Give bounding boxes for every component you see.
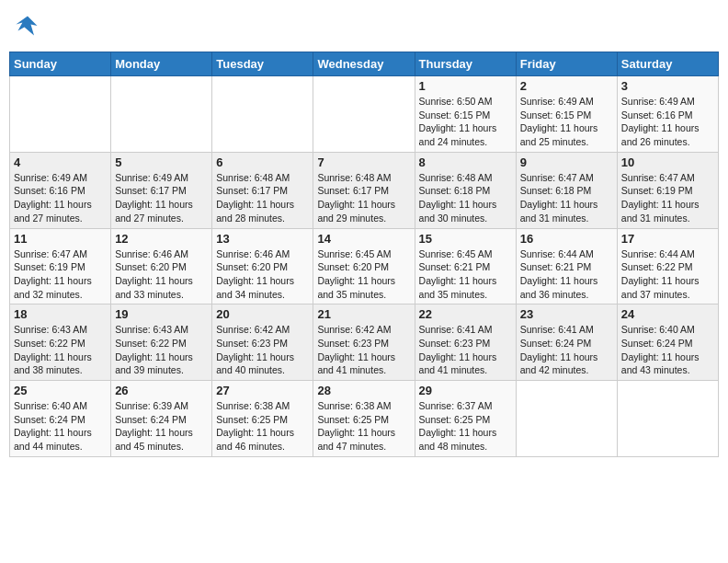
day-number: 2 bbox=[520, 79, 613, 93]
header bbox=[9, 9, 719, 46]
day-info: Sunrise: 6:48 AM Sunset: 6:17 PM Dayligh… bbox=[216, 171, 309, 225]
calendar-cell: 3Sunrise: 6:49 AM Sunset: 6:16 PM Daylig… bbox=[617, 76, 718, 153]
day-number: 10 bbox=[621, 155, 714, 169]
day-info: Sunrise: 6:46 AM Sunset: 6:20 PM Dayligh… bbox=[216, 247, 309, 302]
calendar-cell: 21Sunrise: 6:42 AM Sunset: 6:23 PM Dayli… bbox=[313, 304, 415, 381]
day-number: 16 bbox=[520, 232, 613, 246]
day-info: Sunrise: 6:45 AM Sunset: 6:20 PM Dayligh… bbox=[317, 247, 410, 302]
calendar-cell: 23Sunrise: 6:41 AM Sunset: 6:24 PM Dayli… bbox=[516, 304, 617, 381]
day-info: Sunrise: 6:42 AM Sunset: 6:23 PM Dayligh… bbox=[317, 323, 410, 377]
calendar-cell: 16Sunrise: 6:44 AM Sunset: 6:21 PM Dayli… bbox=[516, 228, 617, 304]
day-number: 9 bbox=[520, 155, 613, 169]
calendar-cell: 8Sunrise: 6:48 AM Sunset: 6:18 PM Daylig… bbox=[415, 152, 516, 228]
day-info: Sunrise: 6:40 AM Sunset: 6:24 PM Dayligh… bbox=[621, 323, 714, 377]
logo-bird-icon bbox=[15, 13, 40, 39]
calendar-table: SundayMondayTuesdayWednesdayThursdayFrid… bbox=[9, 52, 719, 457]
calendar-cell: 5Sunrise: 6:49 AM Sunset: 6:17 PM Daylig… bbox=[111, 152, 212, 228]
day-number: 27 bbox=[216, 384, 309, 397]
day-info: Sunrise: 6:49 AM Sunset: 6:15 PM Dayligh… bbox=[520, 95, 613, 149]
day-number: 12 bbox=[115, 232, 208, 246]
calendar-cell: 18Sunrise: 6:43 AM Sunset: 6:22 PM Dayli… bbox=[10, 304, 111, 381]
calendar-week-4: 18Sunrise: 6:43 AM Sunset: 6:22 PM Dayli… bbox=[10, 304, 719, 381]
day-number: 8 bbox=[419, 155, 512, 169]
day-info: Sunrise: 6:40 AM Sunset: 6:24 PM Dayligh… bbox=[14, 399, 107, 454]
calendar-cell: 2Sunrise: 6:49 AM Sunset: 6:15 PM Daylig… bbox=[516, 76, 617, 153]
svg-marker-0 bbox=[16, 17, 37, 36]
calendar-cell: 25Sunrise: 6:40 AM Sunset: 6:24 PM Dayli… bbox=[10, 381, 111, 457]
calendar-cell: 10Sunrise: 6:47 AM Sunset: 6:19 PM Dayli… bbox=[617, 152, 718, 228]
calendar-cell: 29Sunrise: 6:37 AM Sunset: 6:25 PM Dayli… bbox=[415, 381, 516, 457]
calendar-cell: 27Sunrise: 6:38 AM Sunset: 6:25 PM Dayli… bbox=[212, 381, 313, 457]
day-info: Sunrise: 6:49 AM Sunset: 6:16 PM Dayligh… bbox=[14, 171, 107, 225]
weekday-header-wednesday: Wednesday bbox=[313, 52, 415, 76]
day-number: 7 bbox=[317, 155, 410, 169]
weekday-header-monday: Monday bbox=[111, 52, 212, 76]
logo bbox=[15, 13, 42, 42]
calendar-cell: 6Sunrise: 6:48 AM Sunset: 6:17 PM Daylig… bbox=[212, 152, 313, 228]
day-info: Sunrise: 6:50 AM Sunset: 6:15 PM Dayligh… bbox=[419, 95, 512, 149]
weekday-header-friday: Friday bbox=[516, 52, 617, 76]
calendar-cell: 11Sunrise: 6:47 AM Sunset: 6:19 PM Dayli… bbox=[10, 228, 111, 304]
calendar-cell: 22Sunrise: 6:41 AM Sunset: 6:23 PM Dayli… bbox=[415, 304, 516, 381]
day-info: Sunrise: 6:41 AM Sunset: 6:24 PM Dayligh… bbox=[520, 323, 613, 377]
calendar-cell: 1Sunrise: 6:50 AM Sunset: 6:15 PM Daylig… bbox=[415, 76, 516, 153]
day-info: Sunrise: 6:49 AM Sunset: 6:16 PM Dayligh… bbox=[621, 95, 714, 149]
weekday-header-tuesday: Tuesday bbox=[212, 52, 313, 76]
calendar-week-5: 25Sunrise: 6:40 AM Sunset: 6:24 PM Dayli… bbox=[10, 381, 719, 457]
day-info: Sunrise: 6:41 AM Sunset: 6:23 PM Dayligh… bbox=[419, 323, 512, 377]
day-number: 13 bbox=[216, 232, 309, 246]
day-info: Sunrise: 6:44 AM Sunset: 6:22 PM Dayligh… bbox=[621, 247, 714, 302]
day-number: 25 bbox=[14, 384, 107, 397]
day-number: 14 bbox=[317, 232, 410, 246]
day-number: 3 bbox=[621, 79, 714, 93]
calendar-cell: 28Sunrise: 6:38 AM Sunset: 6:25 PM Dayli… bbox=[313, 381, 415, 457]
day-number: 15 bbox=[419, 232, 512, 246]
calendar-week-3: 11Sunrise: 6:47 AM Sunset: 6:19 PM Dayli… bbox=[10, 228, 719, 304]
day-number: 1 bbox=[419, 79, 512, 93]
day-number: 23 bbox=[520, 307, 613, 321]
calendar-cell: 24Sunrise: 6:40 AM Sunset: 6:24 PM Dayli… bbox=[617, 304, 718, 381]
calendar-cell: 26Sunrise: 6:39 AM Sunset: 6:24 PM Dayli… bbox=[111, 381, 212, 457]
day-info: Sunrise: 6:38 AM Sunset: 6:25 PM Dayligh… bbox=[216, 399, 309, 454]
day-info: Sunrise: 6:48 AM Sunset: 6:17 PM Dayligh… bbox=[317, 171, 410, 225]
day-info: Sunrise: 6:43 AM Sunset: 6:22 PM Dayligh… bbox=[115, 323, 208, 377]
calendar-cell: 13Sunrise: 6:46 AM Sunset: 6:20 PM Dayli… bbox=[212, 228, 313, 304]
day-number: 6 bbox=[216, 155, 309, 169]
day-number: 21 bbox=[317, 307, 410, 321]
day-number: 19 bbox=[115, 307, 208, 321]
day-info: Sunrise: 6:47 AM Sunset: 6:19 PM Dayligh… bbox=[621, 171, 714, 225]
day-number: 17 bbox=[621, 232, 714, 246]
calendar-cell: 15Sunrise: 6:45 AM Sunset: 6:21 PM Dayli… bbox=[415, 228, 516, 304]
day-info: Sunrise: 6:48 AM Sunset: 6:18 PM Dayligh… bbox=[419, 171, 512, 225]
calendar-cell bbox=[313, 76, 415, 153]
day-number: 26 bbox=[115, 384, 208, 397]
calendar-cell: 9Sunrise: 6:47 AM Sunset: 6:18 PM Daylig… bbox=[516, 152, 617, 228]
day-info: Sunrise: 6:44 AM Sunset: 6:21 PM Dayligh… bbox=[520, 247, 613, 302]
calendar-cell bbox=[617, 381, 718, 457]
day-number: 4 bbox=[14, 155, 107, 169]
calendar-cell bbox=[10, 76, 111, 153]
day-info: Sunrise: 6:39 AM Sunset: 6:24 PM Dayligh… bbox=[115, 399, 208, 454]
calendar-cell: 12Sunrise: 6:46 AM Sunset: 6:20 PM Dayli… bbox=[111, 228, 212, 304]
calendar-cell: 19Sunrise: 6:43 AM Sunset: 6:22 PM Dayli… bbox=[111, 304, 212, 381]
calendar-cell: 14Sunrise: 6:45 AM Sunset: 6:20 PM Dayli… bbox=[313, 228, 415, 304]
day-info: Sunrise: 6:38 AM Sunset: 6:25 PM Dayligh… bbox=[317, 399, 410, 454]
day-number: 18 bbox=[14, 307, 107, 321]
day-info: Sunrise: 6:45 AM Sunset: 6:21 PM Dayligh… bbox=[419, 247, 512, 302]
day-number: 11 bbox=[14, 232, 107, 246]
calendar-cell bbox=[212, 76, 313, 153]
day-info: Sunrise: 6:47 AM Sunset: 6:19 PM Dayligh… bbox=[14, 247, 107, 302]
weekday-header-sunday: Sunday bbox=[10, 52, 111, 76]
day-info: Sunrise: 6:42 AM Sunset: 6:23 PM Dayligh… bbox=[216, 323, 309, 377]
calendar-week-1: 1Sunrise: 6:50 AM Sunset: 6:15 PM Daylig… bbox=[10, 76, 719, 153]
day-info: Sunrise: 6:47 AM Sunset: 6:18 PM Dayligh… bbox=[520, 171, 613, 225]
day-info: Sunrise: 6:37 AM Sunset: 6:25 PM Dayligh… bbox=[419, 399, 512, 454]
day-number: 22 bbox=[419, 307, 512, 321]
calendar-cell bbox=[111, 76, 212, 153]
day-number: 28 bbox=[317, 384, 410, 397]
weekday-header-thursday: Thursday bbox=[415, 52, 516, 76]
day-info: Sunrise: 6:43 AM Sunset: 6:22 PM Dayligh… bbox=[14, 323, 107, 377]
day-info: Sunrise: 6:46 AM Sunset: 6:20 PM Dayligh… bbox=[115, 247, 208, 302]
calendar-cell: 17Sunrise: 6:44 AM Sunset: 6:22 PM Dayli… bbox=[617, 228, 718, 304]
day-number: 29 bbox=[419, 384, 512, 397]
